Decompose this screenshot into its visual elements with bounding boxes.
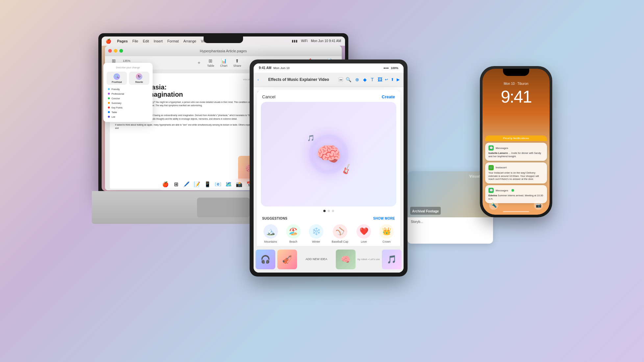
insert-icon: ＋ bbox=[197, 60, 201, 66]
menu-pages[interactable]: Pages bbox=[117, 39, 128, 43]
ig-suggestion-items: 🏔️ Mountains 🏖️ Beach ❄️ Winter ⚾ bbox=[257, 222, 400, 246]
rewrite-button[interactable]: ↻ Rewrite bbox=[129, 72, 149, 85]
dock-facetime[interactable]: 📱 bbox=[203, 180, 212, 189]
dock-mail[interactable]: 📧 bbox=[213, 180, 223, 189]
wt-option-summary[interactable]: Summary bbox=[107, 101, 149, 105]
notif-instacart[interactable]: 🛒 Instacart Your Instacart order is on t… bbox=[485, 162, 547, 183]
iphone-lock-date: Mon 10 · Tiburon bbox=[483, 82, 550, 85]
iphone-home-indicator[interactable] bbox=[503, 211, 529, 212]
image-gen-panel: Cancel Create 🧠 🎸 🎵 bbox=[257, 90, 400, 259]
notif-dot-indicator bbox=[511, 189, 514, 192]
wt-option-table[interactable]: Table bbox=[107, 110, 149, 114]
menu-file[interactable]: File bbox=[132, 39, 138, 43]
wt-option-concise[interactable]: Concise bbox=[107, 97, 149, 100]
wt-describe-placeholder: Describe your change bbox=[107, 66, 149, 69]
ig-sug-mountains[interactable]: 🏔️ Mountains bbox=[263, 224, 278, 243]
ig-cancel-button[interactable]: Cancel bbox=[262, 94, 275, 99]
notif-messages-icon-2: 💬 bbox=[488, 188, 494, 193]
ipad-by-author: by robot • Let's use bbox=[358, 258, 380, 261]
concise-dot bbox=[108, 97, 110, 99]
ig-dot-1 bbox=[323, 210, 326, 212]
iphone: Mon 10 · Tiburon 9:41 Priority Notificat… bbox=[480, 66, 552, 217]
ig-sug-winter-label: Winter bbox=[312, 240, 320, 243]
iphone-camera-icon[interactable]: 📷 bbox=[534, 201, 543, 210]
wt-option-list[interactable]: List bbox=[107, 115, 149, 119]
keynote-media-icon[interactable]: 🖼 bbox=[378, 77, 382, 82]
toolbar-table[interactable]: ⊞ Table bbox=[206, 57, 216, 68]
toolbar-insert[interactable]: ＋ bbox=[195, 59, 203, 67]
dock-maps[interactable]: 🗺️ bbox=[224, 180, 233, 189]
ig-sug-winter[interactable]: ❄️ Winter bbox=[309, 224, 323, 243]
menu-format[interactable]: Format bbox=[167, 39, 179, 43]
dock-photos[interactable]: 📸 bbox=[235, 180, 244, 189]
iphone-flashlight-icon[interactable]: 🔦 bbox=[489, 201, 498, 210]
ig-suggestions-text: SUGGESTIONS bbox=[262, 217, 287, 220]
ig-header: Cancel Create bbox=[257, 90, 400, 102]
rewrite-label: Rewrite bbox=[135, 81, 143, 83]
priority-notifications-header: Priority Notifications bbox=[485, 135, 547, 141]
dock-finder[interactable]: 🍎 bbox=[161, 180, 170, 189]
illust-headphones: 🎧 bbox=[256, 250, 275, 269]
ig-sug-love[interactable]: ❤️ Love bbox=[357, 224, 371, 243]
apple-logo-icon: 🍎 bbox=[106, 38, 111, 44]
close-button[interactable] bbox=[108, 49, 112, 53]
wt-option-professional[interactable]: Professional bbox=[107, 92, 149, 96]
ipad: 9:41 AM Mon Jun 10 ●●● 100% ‹ Effects of… bbox=[250, 60, 408, 277]
keynote-undo-icon[interactable]: ↩ bbox=[385, 77, 388, 82]
notif-isabella-header: 💬 Messages bbox=[488, 145, 544, 151]
toolbar-share[interactable]: ⬆ Share bbox=[232, 57, 243, 68]
ig-create-button[interactable]: Create bbox=[382, 94, 395, 99]
ipad-bottom-text: ADD NEW IDEA bbox=[299, 257, 334, 261]
wt-option-friendly[interactable]: Friendly bbox=[107, 87, 149, 91]
keynote-back-button[interactable]: ‹ bbox=[258, 78, 259, 82]
dock-launchpad[interactable]: ⊞ bbox=[171, 180, 181, 189]
keynote-play-icon[interactable]: ▶ bbox=[397, 77, 400, 82]
toolbar-chart[interactable]: 📊 Chart bbox=[218, 57, 229, 68]
menubar-battery: ▮▮▮ bbox=[292, 39, 298, 43]
dock-pencil[interactable]: 🖊️ bbox=[182, 180, 191, 189]
ipad-battery-icon: 100% bbox=[391, 66, 398, 70]
ig-sug-baseball-label: Baseball Cap bbox=[332, 240, 348, 243]
ipad-screen: 9:41 AM Mon Jun 10 ●●● 100% ‹ Effects of… bbox=[254, 63, 404, 273]
minimize-button[interactable] bbox=[114, 49, 117, 53]
menu-arrange[interactable]: Arrange bbox=[183, 39, 196, 43]
keynote-text-icon[interactable]: T bbox=[371, 77, 374, 82]
summary-dot bbox=[108, 102, 110, 104]
ipad-date: Mon Jun 10 bbox=[273, 66, 290, 70]
keynote-toolbar-icons: 🔍 ⊕ ◆ T 🖼 bbox=[346, 77, 382, 82]
keynote-search-icon[interactable]: 🔍 bbox=[346, 77, 351, 82]
ig-sug-baseball[interactable]: ⚾ Baseball Cap bbox=[332, 224, 348, 243]
ig-show-more-button[interactable]: SHOW MORE bbox=[373, 217, 395, 220]
storyboard-label-area: Storyb... bbox=[408, 217, 493, 226]
menubar-wifi: WiFi bbox=[301, 39, 308, 43]
ig-pagination-dots bbox=[257, 206, 400, 215]
macbook-trackpad[interactable] bbox=[197, 198, 250, 217]
menu-insert[interactable]: Insert bbox=[154, 39, 163, 43]
menu-edit[interactable]: Edit bbox=[143, 39, 149, 43]
rewrite-icon: ↻ bbox=[136, 73, 142, 80]
table-dot bbox=[108, 111, 110, 113]
keynote-more-icon[interactable]: ••• bbox=[338, 77, 343, 82]
fullscreen-button[interactable] bbox=[119, 49, 123, 53]
ig-preview-area: 🧠 🎸 🎵 bbox=[261, 102, 396, 206]
keynote-add-slide-icon[interactable]: ⊕ bbox=[355, 77, 359, 82]
proofread-button[interactable]: 🔍 Proofread bbox=[107, 72, 127, 85]
keynote-shapes-icon[interactable]: ◆ bbox=[363, 77, 367, 82]
notif-isabella-text: Isabella Lamarre ... Invite for dinner w… bbox=[488, 152, 544, 158]
archival-footage-label: Archival Footage bbox=[410, 207, 441, 215]
keynote-share-icon[interactable]: ⬆ bbox=[391, 77, 394, 82]
ig-sug-crown[interactable]: 👑 Crown bbox=[379, 224, 394, 243]
notif-messages-label-2: Messages bbox=[496, 189, 508, 192]
ig-sug-beach-icon: 🏖️ bbox=[286, 224, 301, 239]
window-title: Hyperphantasia Article.pages bbox=[200, 49, 247, 53]
back-chevron-icon: ‹ bbox=[258, 78, 259, 82]
illust-violin: 🎻 bbox=[277, 250, 297, 269]
dock-notes[interactable]: 📝 bbox=[192, 180, 202, 189]
notif-instacart-icon: 🛒 bbox=[488, 165, 494, 170]
professional-dot bbox=[108, 93, 110, 95]
notif-isabella[interactable]: 💬 Messages Isabella Lamarre ... Invite f… bbox=[485, 143, 547, 161]
keynote-title: Effects of Music Explainer Video bbox=[261, 77, 336, 82]
iphone-body: Mon 10 · Tiburon 9:41 Priority Notificat… bbox=[480, 66, 552, 217]
wt-option-keypoints[interactable]: Key Points bbox=[107, 106, 149, 109]
ig-sug-beach[interactable]: 🏖️ Beach bbox=[286, 224, 301, 243]
